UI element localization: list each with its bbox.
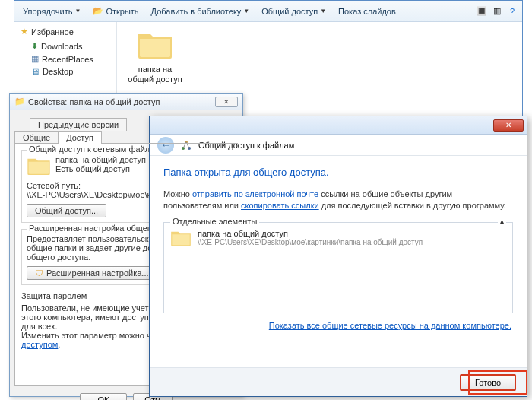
wizard-desc: Можно отправить по электронной почте ссы… [163,189,513,211]
organize-button[interactable]: Упорядочить▼ [17,5,86,18]
open-button[interactable]: 📂Открыть [87,4,144,18]
recent-icon: ▦ [31,54,39,64]
share-status: Есть общий доступ [55,164,146,173]
done-button[interactable]: Готово [460,374,516,391]
folder-icon [27,155,51,176]
ok-button[interactable]: OK [80,393,127,400]
wizard-footer: Готово [150,367,527,396]
wizard-header: ← Общий доступ к файлам [150,135,527,156]
tab-general[interactable]: Общие [14,131,59,144]
favorites-header[interactable]: ★Избранное [21,27,110,37]
email-link[interactable]: отправить по электронной почте [192,189,318,198]
folder-label: папка на общий доступ [125,65,185,84]
item-path: \\XE-PC\Users\XE\Desktop\мое\картинки\па… [198,238,423,246]
folder-icon [137,30,173,60]
folder-open-icon: 📂 [93,6,103,16]
shield-icon: 🛡 [35,268,43,278]
wizard-heading: Папка открыта для общего доступа. [163,167,513,178]
sidebar-item-recent[interactable]: ▦RecentPlaces [21,52,110,65]
explorer-toolbar: Упорядочить▼ 📂Открыть Добавить в библиот… [14,1,522,22]
items-group: Отдельные элементы ▴ папка на общий дост… [163,222,513,313]
view-icon[interactable]: 🔳 [475,5,489,18]
close-button[interactable]: ✕ [215,97,238,107]
sidebar-item-downloads[interactable]: ⬇Downloads [21,40,110,52]
wizard-close-button[interactable]: ✕ [493,119,524,132]
tab-previous-versions[interactable]: Предыдущие версии [30,118,127,131]
share-icon [180,139,192,151]
tab-access[interactable]: Доступ [58,131,102,144]
desktop-icon: 🖥 [31,67,40,76]
slideshow-button[interactable]: Показ слайдов [333,5,401,18]
share-button[interactable]: Общий доступ▼ [256,5,331,18]
copy-link[interactable]: скопировать ссылки [241,201,319,210]
wizard-titlebar[interactable]: ✕ [150,116,527,135]
add-library-button[interactable]: Добавить в библиотеку▼ [146,5,255,18]
wizard-title: Общий доступ к файлам [198,141,294,150]
share-folder-name: папка на общий доступ [55,155,146,164]
folder-small-icon: 📁 [14,97,25,106]
preview-pane-icon[interactable]: ▥ [490,5,504,18]
collapse-icon[interactable]: ▴ [498,217,506,225]
properties-titlebar[interactable]: 📁 Свойства: папка на общий доступ ✕ [10,94,242,110]
download-icon: ⬇ [31,41,38,51]
advanced-settings-button[interactable]: 🛡Расширенная настройка... [27,266,157,280]
item-name: папка на общий доступ [198,229,423,238]
shared-item[interactable]: папка на общий доступ \\XE-PC\Users\XE\D… [170,229,506,247]
share-button[interactable]: Общий доступ... [27,204,106,217]
back-button[interactable]: ← [157,137,174,154]
star-icon: ★ [21,27,28,37]
password-link-prefix: Изменить этот параметр можно чере [21,331,165,340]
show-all-link[interactable]: Показать все общие сетевые ресурсы на да… [269,321,511,330]
items-group-title: Отдельные элементы [170,217,259,226]
sidebar-item-desktop[interactable]: 🖥Desktop [21,65,110,78]
folder-icon [170,229,192,247]
share-wizard-window: ✕ ← Общий доступ к файлам Папка открыта … [149,116,527,397]
help-icon[interactable]: ? [505,5,519,18]
properties-title: Свойства: папка на общий доступ [28,97,160,106]
folder-item[interactable]: папка на общий доступ [125,30,185,84]
